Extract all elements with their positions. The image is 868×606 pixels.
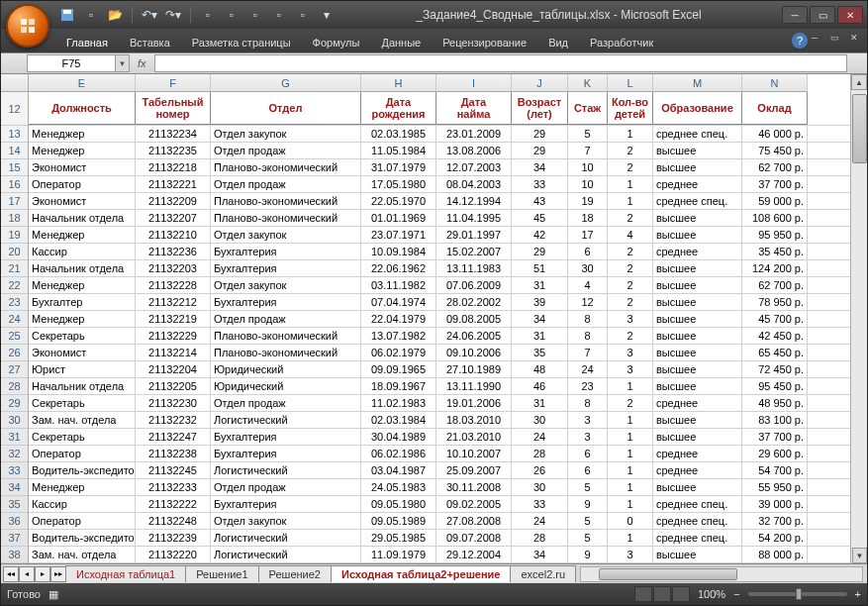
cell[interactable]: 03.04.1987 [361, 462, 436, 478]
cell[interactable]: 24 [512, 429, 568, 445]
cell[interactable]: 75 450 р. [742, 143, 808, 158]
cell[interactable]: Отдел продаж [211, 479, 361, 495]
formula-input[interactable] [154, 54, 847, 72]
cell[interactable]: Отдел продаж [211, 311, 361, 327]
view-layout-button[interactable] [653, 586, 671, 602]
row-header[interactable]: 37 [1, 530, 28, 547]
cell[interactable]: 30 [512, 479, 568, 495]
cell[interactable]: 13.08.2006 [436, 143, 512, 158]
cell[interactable]: 19.01.2006 [436, 395, 512, 411]
cell[interactable]: Планово-экономический [211, 345, 361, 360]
table-row[interactable]: Водитель-экспедитор21132245Логистический… [29, 462, 850, 479]
cell[interactable]: 54 200 р. [742, 530, 808, 546]
ribbon-tab[interactable]: Разметка страницы [182, 33, 301, 52]
tab-nav-first-icon[interactable]: ◂◂ [3, 566, 19, 582]
cell[interactable]: 29 [512, 143, 568, 158]
cell[interactable]: 1 [608, 378, 653, 394]
scroll-down-icon[interactable]: ▼ [852, 548, 867, 563]
cell[interactable]: 24 [568, 361, 608, 377]
cell[interactable]: Отдел закупок [211, 126, 361, 142]
cell[interactable]: 3 [568, 412, 608, 428]
office-button[interactable] [6, 4, 49, 48]
cell[interactable]: 124 200 р. [742, 260, 808, 276]
name-box[interactable]: F75 [27, 54, 116, 72]
cell[interactable]: высшее [653, 328, 742, 344]
cell[interactable]: 2 [608, 244, 653, 259]
table-row[interactable]: Начальник отдела21132205Юридический18.09… [29, 378, 850, 395]
table-header-cell[interactable]: Датарождения [361, 92, 436, 125]
table-row[interactable]: Оператор21132238Бухгалтерия06.02.198610.… [29, 446, 850, 462]
sheet-tab[interactable]: excel2.ru [510, 565, 576, 582]
cell[interactable]: среднее [653, 462, 742, 478]
cell[interactable]: 72 450 р. [742, 361, 808, 377]
cell[interactable]: 21132204 [136, 361, 211, 377]
cell[interactable]: Бухгалтерия [211, 496, 361, 512]
cell[interactable]: 46 [512, 378, 568, 394]
cell[interactable]: среднее спец. [653, 530, 742, 546]
cell[interactable]: 21132203 [136, 260, 211, 276]
cell[interactable]: 23 [568, 378, 608, 394]
cell[interactable]: высшее [653, 227, 742, 243]
row-header[interactable]: 32 [1, 446, 28, 462]
cell[interactable]: 11.04.1995 [436, 210, 512, 226]
cell[interactable]: Начальник отдела [29, 260, 136, 276]
cell[interactable]: 62 700 р. [742, 277, 808, 293]
cell[interactable]: Отдел продаж [211, 176, 361, 192]
row-header[interactable]: 36 [1, 513, 28, 530]
cell[interactable]: 1 [608, 193, 653, 209]
cell[interactable]: 09.10.2006 [436, 345, 512, 360]
cell[interactable]: высшее [653, 378, 742, 394]
hscroll-thumb[interactable] [599, 568, 737, 580]
cell[interactable]: Экономист [29, 345, 136, 360]
cell[interactable]: Бухгалтерия [211, 244, 361, 259]
cell[interactable]: 21.03.2010 [436, 429, 512, 445]
open-icon[interactable]: 📂 [106, 6, 124, 24]
column-header[interactable]: M [653, 74, 742, 91]
cell[interactable]: 45 [512, 210, 568, 226]
cell[interactable]: Зам. нач. отдела [29, 547, 136, 562]
cell[interactable]: 17.05.1980 [361, 176, 436, 192]
cell[interactable]: среднее спец. [653, 126, 742, 142]
cell[interactable]: Менеджер [29, 126, 136, 142]
cell[interactable]: 21132219 [136, 311, 211, 327]
row-header[interactable]: 13 [1, 126, 28, 143]
cell[interactable]: высшее [653, 210, 742, 226]
cell[interactable]: 30 [512, 412, 568, 428]
cell[interactable]: 11.09.1979 [361, 547, 436, 562]
cell[interactable]: Логистический [211, 412, 361, 428]
maximize-button[interactable]: ▭ [810, 6, 835, 24]
cell[interactable]: 15.02.2007 [436, 244, 512, 259]
cell[interactable]: 23.07.1971 [361, 227, 436, 243]
row-header[interactable]: 30 [1, 412, 28, 429]
sheet-tab[interactable]: Исходная таблица2+решение [331, 565, 512, 582]
table-header-cell[interactable]: Образование [653, 92, 742, 125]
cell[interactable]: 31 [512, 328, 568, 344]
cell[interactable]: 22.06.1962 [361, 260, 436, 276]
vertical-scrollbar[interactable]: ▲ ▼ [850, 74, 867, 563]
cell[interactable]: 2 [608, 143, 653, 158]
cell[interactable]: 7 [568, 345, 608, 360]
cell[interactable]: 21132212 [136, 294, 211, 310]
cell[interactable]: 21132205 [136, 378, 211, 394]
cell[interactable]: 42 [512, 227, 568, 243]
cell[interactable]: Отдел продаж [211, 395, 361, 411]
cell[interactable]: высшее [653, 311, 742, 327]
cell[interactable]: 09.08.2005 [436, 311, 512, 327]
table-row[interactable]: Зам. нач. отдела21132220Логистический11.… [29, 547, 850, 563]
cell[interactable]: 11.02.1983 [361, 395, 436, 411]
cell[interactable]: 62 700 р. [742, 159, 808, 175]
cell[interactable]: 1 [608, 462, 653, 478]
row-header[interactable]: 18 [1, 210, 28, 227]
cell[interactable]: 3 [608, 311, 653, 327]
row-header[interactable]: 34 [1, 479, 28, 496]
sheet-tab[interactable]: Исходная таблица1 [65, 565, 186, 582]
cell[interactable]: Юридический [211, 378, 361, 394]
cell[interactable]: Логистический [211, 547, 361, 562]
sheet-tab[interactable]: Решение1 [185, 565, 258, 582]
cell[interactable]: 34 [512, 547, 568, 562]
table-row[interactable]: Начальник отдела21132207Планово-экономич… [29, 210, 850, 227]
cell[interactable]: Начальник отдела [29, 378, 136, 394]
cell[interactable]: 18.09.1967 [361, 378, 436, 394]
cell[interactable]: 25.09.2007 [436, 462, 512, 478]
cell[interactable]: Бухгалтер [29, 294, 136, 310]
